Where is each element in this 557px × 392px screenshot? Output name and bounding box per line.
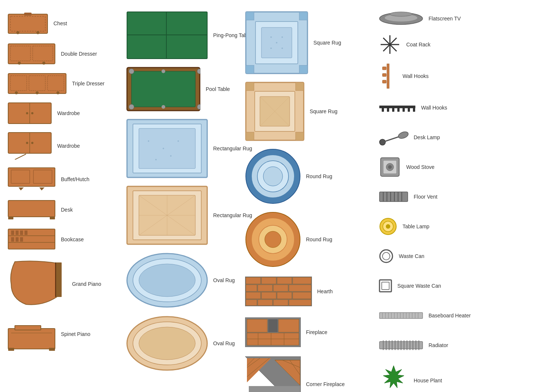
col4: Flatscreen TV Coat Rack <box>375 7 509 392</box>
svg-rect-128 <box>289 300 311 306</box>
list-item: Ping-Pong Table <box>126 7 238 63</box>
svg-point-94 <box>281 48 283 49</box>
svg-rect-86 <box>246 65 254 74</box>
list-item: Flatscreen TV <box>379 7 505 30</box>
svg-rect-123 <box>277 292 292 299</box>
svg-rect-130 <box>247 319 267 332</box>
svg-rect-192 <box>380 313 423 318</box>
col2: Ping-Pong Table Pool Table <box>123 7 241 392</box>
svg-point-82 <box>139 327 195 360</box>
svg-rect-165 <box>387 108 389 112</box>
svg-rect-40 <box>25 231 27 235</box>
svg-point-67 <box>177 140 179 142</box>
waste-can-label: Waste Can <box>399 253 424 259</box>
svg-rect-48 <box>8 348 14 351</box>
svg-point-14 <box>15 91 18 94</box>
svg-rect-2 <box>24 13 32 16</box>
fireplace-icon <box>245 317 301 347</box>
svg-rect-168 <box>403 108 405 112</box>
radiator-icon <box>379 340 423 351</box>
svg-point-65 <box>148 140 149 142</box>
house-plant-icon <box>379 364 408 392</box>
svg-rect-178 <box>380 192 408 202</box>
svg-point-23 <box>26 142 28 144</box>
list-item: Corner Fireplace <box>245 353 371 392</box>
svg-rect-169 <box>408 108 410 112</box>
col1: Chest Double Dresser <box>4 7 123 392</box>
list-item: Chest <box>7 7 119 39</box>
oval-rug2-label: Oval Rug <box>213 340 235 346</box>
bookcase-label: Bookcase <box>61 236 84 242</box>
svg-rect-118 <box>258 285 273 291</box>
rect-rug1-icon <box>126 119 208 178</box>
svg-rect-126 <box>258 300 273 306</box>
corner-fireplace-icon <box>245 356 301 392</box>
square-rug2-label: Square Rug <box>310 108 338 114</box>
svg-rect-87 <box>299 65 307 74</box>
main-layout: Chest Double Dresser <box>0 0 557 392</box>
list-item: Wardrobe <box>7 98 119 128</box>
list-item: Coat Rack <box>379 30 505 59</box>
triple-dresser-icon <box>7 73 67 94</box>
list-item: Grand Piano <box>7 254 119 314</box>
triple-dresser-label: Triple Dresser <box>72 81 104 86</box>
corner-fireplace-label: Corner Fireplace <box>306 381 345 387</box>
svg-line-172 <box>382 137 399 142</box>
svg-point-92 <box>281 36 283 38</box>
svg-rect-170 <box>413 108 415 112</box>
round-rug1-label: Round Rug <box>306 173 332 179</box>
svg-rect-191 <box>382 282 389 290</box>
svg-marker-30 <box>39 187 45 190</box>
list-item: Square Rug <box>245 7 371 78</box>
svg-point-91 <box>276 42 277 43</box>
svg-rect-116 <box>293 277 311 284</box>
round-rug2-icon <box>245 212 301 267</box>
wardrobe1-label: Wardrobe <box>57 110 80 116</box>
svg-point-24 <box>31 142 33 144</box>
svg-point-158 <box>389 43 391 46</box>
svg-rect-131 <box>268 319 278 332</box>
svg-point-61 <box>162 105 165 109</box>
list-item: Rectangular Rug <box>126 182 238 249</box>
spinet-piano-icon <box>7 317 56 351</box>
svg-rect-31 <box>8 200 55 217</box>
pool-table-icon <box>126 67 201 111</box>
list-item: Triple Dresser <box>7 69 119 98</box>
flatscreen-tv-label: Flatscreen TV <box>429 16 461 22</box>
col3: Square Rug Square Rug <box>241 7 375 392</box>
hearth-label: Hearth <box>317 288 333 294</box>
list-item: Desk <box>7 195 119 225</box>
list-item: Spinet Piano <box>7 314 119 355</box>
list-item: Wood Stove <box>379 152 505 182</box>
svg-point-79 <box>139 264 195 297</box>
list-item: Baseboard Heater <box>379 301 505 330</box>
round-rug1-icon <box>245 148 301 204</box>
svg-point-57 <box>197 69 201 74</box>
grand-piano-label: Grand Piano <box>72 281 101 287</box>
list-item: Wall Hooks <box>379 93 505 122</box>
list-item: Table Lamp <box>379 212 505 241</box>
svg-rect-132 <box>278 319 299 332</box>
svg-point-189 <box>382 252 390 260</box>
svg-rect-124 <box>293 292 311 299</box>
fireplace-label: Fireplace <box>306 329 328 335</box>
svg-marker-220 <box>383 366 404 388</box>
wardrobe2-icon <box>7 132 52 160</box>
square-rug1-label: Square Rug <box>313 40 341 46</box>
svg-point-90 <box>270 36 272 38</box>
square-rug2-icon <box>245 82 304 141</box>
svg-point-56 <box>129 69 134 74</box>
wardrobe2-label: Wardrobe <box>57 143 80 149</box>
wall-hooks2-icon <box>379 102 416 113</box>
grand-piano-icon <box>7 258 67 310</box>
svg-rect-34 <box>8 229 55 249</box>
buffet-label: Buffet/Hutch <box>61 176 89 182</box>
rect-rug2-icon <box>126 186 208 245</box>
svg-point-9 <box>42 62 45 65</box>
floor-vent-label: Floor Vent <box>414 194 437 200</box>
svg-rect-45 <box>56 262 62 297</box>
svg-rect-97 <box>296 82 304 91</box>
radiator-label: Radiator <box>429 342 448 348</box>
round-rug2-label: Round Rug <box>306 236 332 242</box>
list-item: Pool Table <box>126 63 238 115</box>
